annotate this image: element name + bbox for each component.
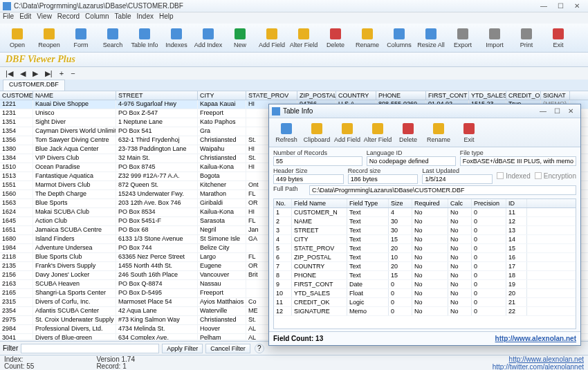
dlg-alterfield-button[interactable]: Alter Field	[363, 120, 392, 145]
col-header[interactable]: CREDIT_OK	[506, 91, 541, 100]
import-button[interactable]: Import	[480, 25, 509, 50]
col-header[interactable]: COUNTRY	[336, 91, 376, 100]
alterfield-button[interactable]: Alter Field	[289, 25, 318, 50]
menu-view[interactable]: View	[37, 12, 52, 24]
addfield-button[interactable]: Add Field	[257, 25, 286, 50]
col-header[interactable]: STATE_PROV	[246, 91, 297, 100]
field-col-header[interactable]: Field Type	[347, 199, 389, 207]
tab-customer[interactable]: CUSTOMER.DBF	[3, 80, 65, 91]
field-col-header[interactable]: No.	[274, 199, 292, 207]
field-row[interactable]: 3STREETText30NoNo013	[274, 226, 576, 235]
field-cell: 21	[506, 298, 527, 306]
resizeall-button[interactable]: Resize All	[416, 25, 445, 50]
field-col-header[interactable]: Calc	[448, 199, 472, 207]
svg-rect-9	[298, 28, 309, 39]
hsize-value: 449 bytes	[273, 174, 344, 184]
field-col-header[interactable]: Precision	[472, 199, 506, 207]
export-button[interactable]: Export	[448, 25, 477, 50]
encryption-checkbox[interactable]: Encryption	[535, 167, 576, 184]
status-link-twitter[interactable]: http://twitter.com/alexnolannet	[493, 363, 584, 371]
nav-delete-button[interactable]: −	[71, 69, 75, 77]
dialog-link[interactable]: http://www.alexnolan.net	[495, 335, 576, 342]
cancel-filter-button[interactable]: Cancel Filter	[205, 344, 250, 353]
columns-button[interactable]: Columns	[385, 25, 414, 50]
field-row[interactable]: 2NAMEText30NoNo012	[274, 217, 576, 226]
maximize-button[interactable]: ☐	[552, 2, 569, 10]
grid-header: CUSTOMER_NNAMESTREETCITYSTATE_PROVZIP_PO…	[0, 91, 588, 100]
cell: 1624	[0, 208, 33, 216]
field-row[interactable]: 11CREDIT_OKLogic0NoNo021	[274, 298, 576, 307]
indexes-button[interactable]: Indexes	[162, 25, 191, 50]
apply-filter-button[interactable]: Apply Filter	[162, 344, 203, 353]
delete-button[interactable]: Delete	[321, 25, 350, 50]
field-col-header[interactable]: ID	[506, 199, 527, 207]
menu-edit[interactable]: Edit	[19, 12, 31, 24]
col-header[interactable]: SIGNAT	[541, 91, 570, 100]
fields-grid-header: No.Field NameField TypeSizeRequiredCalcP…	[274, 199, 576, 208]
tableinfo-button[interactable]: Table Info	[130, 25, 159, 50]
filter-help-button[interactable]: ?	[255, 344, 264, 353]
menu-file[interactable]: File	[3, 12, 14, 24]
dlg-exit-button[interactable]: Exit	[454, 120, 484, 145]
field-row[interactable]: 5STATE_PROVText20NoNo015	[274, 244, 576, 253]
field-row[interactable]: 4CITYText15NoNo014	[274, 235, 576, 244]
field-col-header[interactable]: Field Name	[292, 199, 347, 207]
exit-button[interactable]: Exit	[544, 25, 573, 50]
field-col-header[interactable]: Required	[412, 199, 448, 207]
status-link-website[interactable]: http://www.alexnolan.net	[493, 355, 584, 363]
search-button[interactable]: Search	[98, 25, 127, 50]
menu-help[interactable]: Help	[159, 12, 174, 24]
field-row[interactable]: 10YTD_SALESFloat0NoNo020	[274, 289, 576, 298]
dlg-addfield-button[interactable]: Add Field	[333, 120, 362, 145]
field-row[interactable]: 1CUSTOMER_NText4NoNo011	[274, 208, 576, 217]
cell: Freeport	[198, 109, 246, 118]
col-header[interactable]: PHONE	[376, 91, 426, 100]
col-header[interactable]: CITY	[198, 91, 246, 100]
col-header[interactable]: YTD_SALES	[469, 91, 506, 100]
nav-add-button[interactable]: +	[59, 69, 64, 77]
field-row[interactable]: 7COUNTRYText20NoNo017	[274, 262, 576, 271]
col-header[interactable]: ZIP_POSTAL	[297, 91, 336, 100]
field-cell: 0	[472, 289, 506, 297]
close-button[interactable]: ✕	[569, 2, 585, 10]
addindex-button[interactable]: Add Index	[194, 25, 223, 50]
nav-first-button[interactable]: |◀	[6, 69, 13, 78]
dlg-delete-button[interactable]: Delete	[394, 120, 423, 145]
cell: 2135	[0, 262, 33, 270]
col-header[interactable]: FIRST_CONT	[426, 91, 469, 100]
new-button[interactable]: New	[226, 25, 255, 50]
field-cell: STREET	[292, 226, 347, 234]
menu-column[interactable]: Column	[85, 12, 109, 24]
nav-last-button[interactable]: ▶|	[45, 69, 53, 78]
col-header[interactable]: NAME	[33, 91, 116, 100]
status-count-value: 55	[26, 362, 34, 370]
dialog-minimize-button[interactable]: —	[536, 107, 550, 115]
menu-index[interactable]: Index	[136, 12, 153, 24]
rename-button[interactable]: Rename	[353, 25, 382, 50]
reopen-button[interactable]: Reopen	[35, 25, 64, 50]
menu-record[interactable]: Record	[57, 12, 80, 24]
dlg-rename-button[interactable]: Rename	[424, 120, 453, 145]
minimize-button[interactable]: —	[535, 2, 552, 10]
open-button[interactable]: Open	[3, 25, 32, 50]
col-header[interactable]: STREET	[116, 91, 198, 100]
field-cell: 3	[274, 226, 292, 234]
print-button[interactable]: Print	[512, 25, 541, 50]
field-row[interactable]: 9FIRST_CONTDate0NoNo019	[274, 280, 576, 289]
dialog-close-button[interactable]: ✕	[564, 107, 578, 115]
nav-next-button[interactable]: ▶	[33, 69, 38, 78]
dlg-clipboard-button[interactable]: Clipboard	[302, 120, 331, 145]
nav-prev-button[interactable]: ◀	[20, 69, 26, 78]
filter-input[interactable]	[21, 344, 159, 353]
field-row[interactable]: 12SIGNATUREMemo0NoNo022	[274, 307, 576, 316]
dialog-maximize-button[interactable]: ☐	[550, 107, 564, 115]
dialog-title: Table Info	[283, 107, 536, 115]
field-row[interactable]: 6ZIP_POSTALText10NoNo016	[274, 253, 576, 262]
form-button[interactable]: Form	[66, 25, 95, 50]
dlg-refresh-button[interactable]: Refresh	[272, 120, 301, 145]
col-header[interactable]: CUSTOMER_N	[0, 91, 33, 100]
field-row[interactable]: 8PHONEText15NoNo018	[274, 271, 576, 280]
field-col-header[interactable]: Size	[389, 199, 412, 207]
menu-table[interactable]: Table	[115, 12, 131, 24]
indexed-checkbox[interactable]: Indexed	[497, 167, 531, 184]
